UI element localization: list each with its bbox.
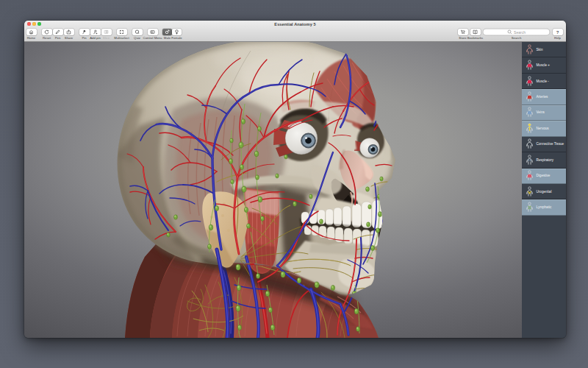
arteries-system-icon: [525, 91, 534, 102]
quiz-label: Quiz: [134, 36, 140, 40]
slice-button[interactable]: Slice: [101, 28, 112, 35]
viewport-3d[interactable]: [24, 42, 522, 338]
lymphatic-system-icon: [525, 202, 534, 213]
sidebar-item-digestive[interactable]: Digestive: [522, 169, 566, 184]
help-button[interactable]: ? Help: [552, 28, 563, 35]
sidebar-item-label: Arteries: [537, 95, 548, 99]
pin-icon: [82, 29, 87, 35]
anatomy-model[interactable]: [24, 42, 522, 338]
store-button[interactable]: Store: [457, 28, 468, 35]
share-label: Share: [65, 36, 73, 40]
connective-system-icon: [525, 138, 534, 149]
sidebar-item-label: Urogenital: [537, 190, 552, 194]
control-menu-label: Control Menu: [143, 36, 162, 40]
control-menu-icon: [150, 29, 155, 35]
digestive-system-icon: [525, 170, 534, 181]
toolbar-left: Home Reset Pen Share Pin Add pin Slice M…: [26, 28, 182, 35]
urogenital-system-icon: [525, 186, 534, 197]
window-title: Essential Anatomy 5: [24, 22, 566, 26]
sidebar-item-lymphatic[interactable]: Lymphatic: [522, 199, 566, 215]
bookmarks-button[interactable]: Bookmarks: [470, 28, 481, 35]
systems-sidebar: Skin Muscle + Muscle - Arteries Veins Ne…: [522, 42, 566, 338]
multiselect-label: Multiselect: [114, 36, 129, 40]
help-icon: ?: [555, 29, 560, 35]
titlebar: Essential Anatomy 5: [24, 21, 566, 28]
male-icon: [165, 29, 170, 35]
pen-label: Pen: [55, 36, 61, 40]
search-label: Search: [512, 36, 522, 40]
add-pin-label: Add pin: [90, 36, 101, 40]
toolbar-right: Store BookmarksSearch Search? Help: [456, 28, 564, 35]
sidebar-item-muscle[interactable]: Muscle +: [522, 57, 566, 73]
muscle-system-icon: [525, 60, 534, 71]
pin-label: Pin: [82, 36, 86, 40]
sidebar-item-label: Digestive: [537, 174, 551, 177]
search-input[interactable]: Search: [483, 29, 550, 35]
home-label: Home: [27, 36, 35, 40]
share-icon: [66, 29, 71, 35]
add-pin-icon: [93, 29, 98, 35]
sidebar-item-veins[interactable]: Veins: [522, 105, 566, 121]
male-label: Male: [164, 36, 171, 40]
veins-system-icon: [525, 107, 534, 118]
sidebar-item-arteries[interactable]: Arteries: [522, 89, 566, 105]
home-button[interactable]: Home: [26, 28, 37, 35]
pin-button[interactable]: Pin: [79, 28, 90, 35]
female-button[interactable]: Female: [172, 28, 182, 35]
sidebar-item-label: Connective Tissue: [537, 142, 564, 146]
share-button[interactable]: Share: [63, 28, 74, 35]
sidebar-item-muscle[interactable]: Muscle -: [522, 74, 566, 89]
add-pin-button[interactable]: Add pin: [90, 28, 101, 35]
sidebar-item-urogenital[interactable]: Urogenital: [522, 184, 566, 199]
search-placeholder: Search: [514, 30, 526, 35]
multiselect-icon: [119, 29, 124, 35]
sidebar-item-nervous[interactable]: Nervous: [522, 121, 566, 136]
bookmarks-icon: [473, 29, 478, 35]
sidebar-item-label: Muscle +: [537, 63, 551, 67]
pen-icon: [55, 29, 60, 35]
sidebar-item-label: Muscle -: [537, 79, 549, 83]
bookmarks-label: Bookmarks: [467, 36, 484, 40]
toolbar: Home Reset Pen Share Pin Add pin Slice M…: [24, 28, 566, 42]
sidebar-item-connective-tissue[interactable]: Connective Tissue: [522, 137, 566, 152]
sidebar-item-skin[interactable]: Skin: [522, 42, 566, 57]
sidebar-item-label: Respiratory: [537, 158, 554, 162]
sidebar-item-label: Veins: [537, 110, 545, 114]
quiz-button[interactable]: Quiz: [132, 28, 143, 35]
control-menu-button[interactable]: Control Menu: [147, 28, 158, 35]
female-icon: [174, 29, 179, 35]
reset-button[interactable]: Reset: [41, 28, 52, 35]
sidebar-item-label: Skin: [537, 48, 543, 52]
help-label: Help: [554, 36, 561, 40]
respiratory-system-icon: [525, 155, 534, 166]
quiz-icon: [135, 29, 140, 35]
slice-icon: [104, 29, 109, 35]
muscle-system-icon: [525, 76, 534, 87]
sidebar-item-respiratory[interactable]: Respiratory: [522, 152, 566, 168]
home-icon: [29, 29, 34, 35]
search-control: Search Search: [483, 28, 550, 35]
search-icon: [507, 29, 512, 35]
sidebar-item-label: Nervous: [537, 127, 549, 130]
window-chrome: Essential Anatomy 5 Home Reset Pen Share…: [24, 21, 566, 42]
multiselect-button[interactable]: Multiselect: [116, 28, 127, 35]
reset-icon: [44, 29, 49, 35]
pen-button[interactable]: Pen: [52, 28, 63, 35]
male-button[interactable]: Male: [162, 28, 172, 35]
store-icon: [460, 29, 465, 35]
svg-text:?: ?: [556, 30, 559, 35]
store-label: Store: [459, 36, 466, 40]
reset-label: Reset: [43, 36, 51, 40]
app-window: Essential Anatomy 5 Home Reset Pen Share…: [24, 21, 566, 338]
nervous-system-icon: [525, 123, 534, 134]
skin-system-icon: [525, 44, 534, 55]
female-label: Female: [171, 36, 182, 40]
sidebar-item-label: Lymphatic: [537, 205, 552, 209]
slice-label: Slice: [103, 36, 110, 40]
